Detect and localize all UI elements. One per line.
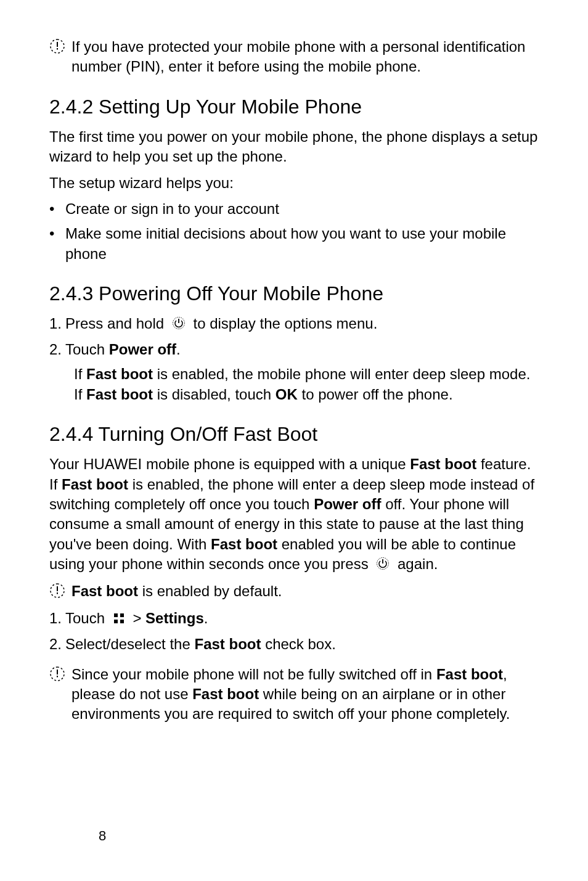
svg-rect-10	[57, 670, 58, 674]
step-244-1: 1. Touch > Settings.	[49, 609, 539, 629]
step-243-2-pre: Touch	[65, 341, 109, 358]
p244-e: Fast boot	[62, 476, 128, 493]
bullet-item-2-text: Make some initial decisions about how yo…	[65, 224, 539, 264]
heading-242: 2.4.2 Setting Up Your Mobile Phone	[49, 96, 539, 118]
note3-a: Since your mobile phone will not be full…	[71, 666, 436, 682]
step-243-1-post: to display the options menu.	[193, 315, 377, 332]
step-number-1: 1.	[49, 609, 62, 628]
bullet-item-2: • Make some initial decisions about how …	[49, 224, 539, 264]
power-icon	[172, 315, 186, 335]
note-airplane-text: Since your mobile phone will not be full…	[71, 665, 539, 724]
svg-rect-0	[57, 42, 58, 47]
svg-rect-8	[114, 620, 118, 623]
bullet-dot: •	[49, 224, 65, 244]
p244-b: Fast boot	[410, 456, 476, 472]
step-243-2-post: .	[176, 341, 181, 358]
note2-a: Fast boot	[71, 583, 138, 599]
step-number-1: 1.	[49, 314, 62, 334]
step-244-1-text: Touch > Settings.	[65, 609, 208, 629]
ind-243-e: is disabled, touch	[153, 386, 276, 403]
ind-243-d: Fast boot	[86, 386, 153, 403]
bullet-item-1-text: Create or sign in to your account	[65, 199, 279, 219]
step-243-1: 1. Press and hold to display the options…	[49, 314, 539, 335]
p244-g: Power off	[314, 496, 381, 512]
alert-icon	[49, 38, 65, 57]
note3-d: Fast boot	[192, 686, 259, 702]
para-242-b: The setup wizard helps you:	[49, 173, 539, 193]
bullet-item-1: • Create or sign in to your account	[49, 199, 539, 219]
svg-rect-6	[114, 613, 118, 617]
step-243-2: 2. Touch Power off.	[49, 340, 539, 359]
note-airplane: Since your mobile phone will not be full…	[49, 665, 539, 724]
p244-i: Fast boot	[211, 536, 277, 552]
ind-243-a: If	[74, 366, 86, 382]
step-243-1-pre: Press and hold	[65, 315, 168, 332]
note-pin: If you have protected your mobile phone …	[49, 37, 539, 77]
step-number-2: 2.	[49, 634, 62, 654]
note-fastboot-default: Fast boot is enabled by default.	[49, 581, 539, 601]
alert-icon	[49, 583, 65, 601]
note-fastboot-default-text: Fast boot is enabled by default.	[71, 581, 282, 601]
note-pin-text: If you have protected your mobile phone …	[71, 37, 539, 77]
svg-rect-11	[57, 676, 58, 678]
ind-243-f: OK	[276, 386, 298, 403]
step-243-1-text: Press and hold to display the options me…	[65, 314, 377, 335]
step-244-1-post: .	[204, 610, 208, 626]
p244-k: again.	[398, 555, 438, 572]
heading-244: 2.4.4 Turning On/Off Fast Boot	[49, 423, 539, 446]
heading-243: 2.4.3 Powering Off Your Mobile Phone	[49, 282, 539, 305]
para-244-main: Your HUAWEI mobile phone is equipped wit…	[49, 454, 539, 575]
page-number: 8	[99, 828, 106, 844]
step-244-2-text: Select/deselect the Fast boot check box.	[65, 634, 336, 654]
ind-243-g: to power off the phone.	[298, 386, 453, 403]
svg-rect-9	[120, 620, 124, 623]
step-244-2-c: check box.	[261, 636, 335, 652]
p244-c: feature.	[476, 456, 531, 472]
step-244-2-b: Fast boot	[194, 636, 261, 652]
note2-b: is enabled by default.	[138, 583, 282, 599]
step-number-2: 2.	[49, 340, 62, 359]
svg-rect-7	[120, 613, 124, 617]
indented-243-note: If Fast boot is enabled, the mobile phon…	[49, 364, 539, 404]
ind-243-b: Fast boot	[86, 366, 153, 382]
alert-icon	[49, 666, 65, 684]
para-242-a: The first time you power on your mobile …	[49, 127, 539, 167]
step-244-1-pre: Touch	[65, 610, 109, 626]
svg-rect-4	[57, 586, 58, 591]
svg-rect-5	[57, 592, 58, 594]
bullet-dot: •	[49, 199, 65, 219]
p244-a: Your HUAWEI mobile phone is equipped wit…	[49, 456, 410, 472]
step-244-1-bold: Settings	[145, 610, 204, 626]
svg-rect-1	[57, 48, 58, 50]
step-243-2-text: Touch Power off.	[65, 340, 181, 359]
p244-d: If	[49, 476, 62, 493]
apps-grid-icon	[113, 610, 125, 629]
step-244-2-a: Select/deselect the	[65, 636, 194, 652]
note3-b: Fast boot	[436, 666, 503, 682]
power-icon	[376, 555, 390, 575]
step-243-2-bold: Power off	[109, 341, 176, 358]
step-244-1-gt: >	[133, 610, 145, 626]
step-244-2: 2. Select/deselect the Fast boot check b…	[49, 634, 539, 654]
